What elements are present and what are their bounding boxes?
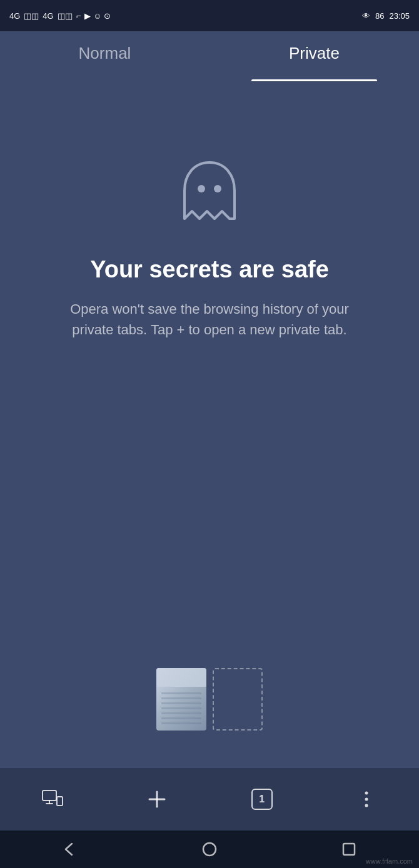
- svg-point-8: [365, 792, 368, 795]
- message-subtitle: Opera won't save the browsing history of…: [47, 299, 372, 340]
- eye-icon: 👁: [362, 11, 370, 21]
- signal-strength-2: ◫◫: [58, 11, 73, 21]
- tab-private-label: Private: [289, 44, 340, 69]
- network-4g-second: 4G: [43, 11, 53, 21]
- thumbnails-area: [156, 668, 263, 731]
- svg-rect-12: [343, 844, 355, 855]
- main-content: Your secrets are safe Opera won't save t…: [0, 81, 419, 768]
- tab-count-button[interactable]: 1: [243, 781, 281, 818]
- wifi-icon: ⌐: [76, 11, 81, 21]
- tab-count-badge: 1: [251, 789, 273, 810]
- tab-thumbnail-current[interactable]: [156, 668, 206, 731]
- android-nav-bar: [0, 831, 419, 868]
- svg-point-1: [214, 185, 221, 192]
- status-bar-right: 👁 86 23:05: [362, 11, 410, 21]
- tab-private[interactable]: Private: [210, 31, 419, 81]
- message-title: Your secrets are safe: [90, 256, 329, 283]
- watermark: www.frfam.com: [366, 857, 413, 865]
- svg-point-10: [365, 804, 368, 807]
- notification-icons: ▶ ☺ ⊙: [84, 11, 111, 21]
- tab-thumbnail-new[interactable]: [213, 668, 263, 731]
- svg-point-11: [203, 843, 216, 856]
- tab-active-indicator: [251, 79, 377, 81]
- svg-point-0: [198, 185, 205, 192]
- network-4g-first: 4G: [9, 11, 20, 21]
- tab-bar: Normal Private: [0, 31, 419, 81]
- tab-normal-label: Normal: [79, 44, 131, 69]
- home-button[interactable]: [200, 840, 219, 859]
- svg-rect-2: [43, 791, 56, 801]
- more-button[interactable]: [348, 781, 385, 818]
- tab-normal[interactable]: Normal: [0, 31, 210, 81]
- time-display: 23:05: [389, 11, 410, 21]
- devices-button[interactable]: [34, 781, 71, 818]
- signal-strength: ◫◫: [24, 11, 39, 21]
- bottom-nav: 1: [0, 768, 419, 831]
- status-bar: 4G ◫◫ 4G ◫◫ ⌐ ▶ ☺ ⊙ 👁 86 23:05: [0, 0, 419, 31]
- svg-point-9: [365, 798, 368, 801]
- add-tab-button[interactable]: [138, 781, 176, 818]
- status-bar-left: 4G ◫◫ 4G ◫◫ ⌐ ▶ ☺ ⊙: [9, 11, 111, 21]
- svg-rect-5: [57, 797, 63, 806]
- back-button[interactable]: [61, 840, 79, 859]
- recent-button[interactable]: [340, 840, 358, 859]
- ghost-icon: [172, 156, 247, 231]
- battery-level: 86: [375, 11, 384, 21]
